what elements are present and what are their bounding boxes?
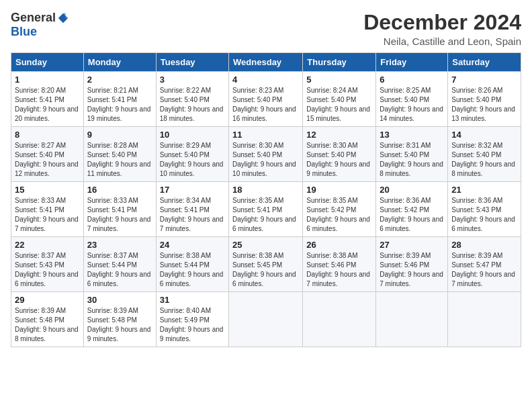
day-number: 10 bbox=[160, 130, 225, 140]
day-number: 18 bbox=[232, 185, 299, 195]
day-number: 8 bbox=[15, 130, 80, 140]
calendar-cell: 9Sunrise: 8:28 AMSunset: 5:40 PMDaylight… bbox=[83, 127, 156, 182]
day-detail: Sunrise: 8:24 AMSunset: 5:40 PMDaylight:… bbox=[306, 86, 372, 124]
day-number: 21 bbox=[451, 185, 517, 195]
day-detail: Sunrise: 8:20 AMSunset: 5:41 PMDaylight:… bbox=[15, 86, 80, 124]
calendar-cell bbox=[448, 292, 521, 347]
day-detail: Sunrise: 8:36 AMSunset: 5:42 PMDaylight:… bbox=[380, 196, 444, 234]
day-detail: Sunrise: 8:39 AMSunset: 5:47 PMDaylight:… bbox=[451, 251, 517, 289]
header-day-friday: Friday bbox=[376, 53, 448, 72]
day-detail: Sunrise: 8:39 AMSunset: 5:46 PMDaylight:… bbox=[380, 251, 444, 289]
calendar-cell: 19Sunrise: 8:35 AMSunset: 5:42 PMDayligh… bbox=[303, 182, 376, 237]
header: General Blue December 2024 Neila, Castil… bbox=[11, 11, 521, 47]
calendar-cell: 7Sunrise: 8:26 AMSunset: 5:40 PMDaylight… bbox=[448, 72, 521, 127]
calendar: SundayMondayTuesdayWednesdayThursdayFrid… bbox=[11, 52, 521, 347]
calendar-cell bbox=[303, 292, 376, 347]
day-detail: Sunrise: 8:28 AMSunset: 5:40 PMDaylight:… bbox=[87, 141, 152, 179]
calendar-cell: 21Sunrise: 8:36 AMSunset: 5:43 PMDayligh… bbox=[448, 182, 521, 237]
calendar-cell: 23Sunrise: 8:37 AMSunset: 5:44 PMDayligh… bbox=[83, 237, 156, 292]
day-detail: Sunrise: 8:38 AMSunset: 5:45 PMDaylight:… bbox=[232, 251, 299, 289]
day-number: 13 bbox=[380, 130, 444, 140]
day-number: 23 bbox=[87, 240, 152, 250]
day-detail: Sunrise: 8:38 AMSunset: 5:46 PMDaylight:… bbox=[306, 251, 372, 289]
logo: General Blue bbox=[11, 11, 69, 39]
day-detail: Sunrise: 8:21 AMSunset: 5:41 PMDaylight:… bbox=[87, 86, 152, 124]
day-number: 5 bbox=[306, 75, 372, 85]
day-detail: Sunrise: 8:35 AMSunset: 5:41 PMDaylight:… bbox=[232, 196, 299, 234]
calendar-cell: 26Sunrise: 8:38 AMSunset: 5:46 PMDayligh… bbox=[303, 237, 376, 292]
calendar-cell: 3Sunrise: 8:22 AMSunset: 5:40 PMDaylight… bbox=[156, 72, 228, 127]
calendar-cell: 6Sunrise: 8:25 AMSunset: 5:40 PMDaylight… bbox=[376, 72, 448, 127]
day-number: 7 bbox=[451, 75, 517, 85]
day-detail: Sunrise: 8:38 AMSunset: 5:44 PMDaylight:… bbox=[160, 251, 225, 289]
day-detail: Sunrise: 8:33 AMSunset: 5:41 PMDaylight:… bbox=[87, 196, 152, 234]
calendar-cell: 1Sunrise: 8:20 AMSunset: 5:41 PMDaylight… bbox=[11, 72, 84, 127]
calendar-cell: 17Sunrise: 8:34 AMSunset: 5:41 PMDayligh… bbox=[156, 182, 228, 237]
day-number: 6 bbox=[380, 75, 444, 85]
calendar-cell: 24Sunrise: 8:38 AMSunset: 5:44 PMDayligh… bbox=[156, 237, 228, 292]
day-detail: Sunrise: 8:30 AMSunset: 5:40 PMDaylight:… bbox=[306, 141, 372, 179]
day-number: 19 bbox=[306, 185, 372, 195]
day-detail: Sunrise: 8:31 AMSunset: 5:40 PMDaylight:… bbox=[380, 141, 444, 179]
logo-blue: Blue bbox=[11, 25, 37, 39]
main-title: December 2024 bbox=[363, 11, 521, 34]
day-number: 22 bbox=[15, 240, 80, 250]
title-area: December 2024 Neila, Castille and Leon, … bbox=[363, 11, 521, 47]
day-detail: Sunrise: 8:36 AMSunset: 5:43 PMDaylight:… bbox=[451, 196, 517, 234]
calendar-cell: 11Sunrise: 8:30 AMSunset: 5:40 PMDayligh… bbox=[229, 127, 303, 182]
day-number: 1 bbox=[15, 75, 80, 85]
calendar-cell: 14Sunrise: 8:32 AMSunset: 5:40 PMDayligh… bbox=[448, 127, 521, 182]
calendar-cell: 10Sunrise: 8:29 AMSunset: 5:40 PMDayligh… bbox=[156, 127, 228, 182]
day-detail: Sunrise: 8:39 AMSunset: 5:48 PMDaylight:… bbox=[15, 306, 80, 344]
calendar-cell: 31Sunrise: 8:40 AMSunset: 5:49 PMDayligh… bbox=[156, 292, 228, 347]
day-number: 31 bbox=[160, 295, 225, 305]
header-day-sunday: Sunday bbox=[11, 53, 84, 72]
calendar-week-3: 15Sunrise: 8:33 AMSunset: 5:41 PMDayligh… bbox=[11, 182, 521, 237]
day-detail: Sunrise: 8:33 AMSunset: 5:41 PMDaylight:… bbox=[15, 196, 80, 234]
day-number: 30 bbox=[87, 295, 152, 305]
day-detail: Sunrise: 8:23 AMSunset: 5:40 PMDaylight:… bbox=[232, 86, 299, 124]
calendar-cell: 29Sunrise: 8:39 AMSunset: 5:48 PMDayligh… bbox=[11, 292, 84, 347]
day-detail: Sunrise: 8:26 AMSunset: 5:40 PMDaylight:… bbox=[451, 86, 517, 124]
day-detail: Sunrise: 8:25 AMSunset: 5:40 PMDaylight:… bbox=[380, 86, 444, 124]
calendar-cell: 20Sunrise: 8:36 AMSunset: 5:42 PMDayligh… bbox=[376, 182, 448, 237]
day-number: 26 bbox=[306, 240, 372, 250]
day-number: 27 bbox=[380, 240, 444, 250]
logo-icon bbox=[57, 12, 69, 24]
calendar-cell: 12Sunrise: 8:30 AMSunset: 5:40 PMDayligh… bbox=[303, 127, 376, 182]
calendar-cell: 15Sunrise: 8:33 AMSunset: 5:41 PMDayligh… bbox=[11, 182, 84, 237]
calendar-body: 1Sunrise: 8:20 AMSunset: 5:41 PMDaylight… bbox=[11, 72, 521, 347]
calendar-cell bbox=[229, 292, 303, 347]
header-day-saturday: Saturday bbox=[448, 53, 521, 72]
calendar-cell: 8Sunrise: 8:27 AMSunset: 5:40 PMDaylight… bbox=[11, 127, 84, 182]
day-detail: Sunrise: 8:32 AMSunset: 5:40 PMDaylight:… bbox=[451, 141, 517, 179]
day-detail: Sunrise: 8:35 AMSunset: 5:42 PMDaylight:… bbox=[306, 196, 372, 234]
calendar-cell: 16Sunrise: 8:33 AMSunset: 5:41 PMDayligh… bbox=[83, 182, 156, 237]
calendar-cell: 28Sunrise: 8:39 AMSunset: 5:47 PMDayligh… bbox=[448, 237, 521, 292]
calendar-week-1: 1Sunrise: 8:20 AMSunset: 5:41 PMDaylight… bbox=[11, 72, 521, 127]
day-detail: Sunrise: 8:39 AMSunset: 5:48 PMDaylight:… bbox=[87, 306, 152, 344]
day-detail: Sunrise: 8:37 AMSunset: 5:44 PMDaylight:… bbox=[87, 251, 152, 289]
day-number: 16 bbox=[87, 185, 152, 195]
day-number: 15 bbox=[15, 185, 80, 195]
calendar-cell: 18Sunrise: 8:35 AMSunset: 5:41 PMDayligh… bbox=[229, 182, 303, 237]
day-number: 11 bbox=[232, 130, 299, 140]
day-number: 28 bbox=[451, 240, 517, 250]
calendar-cell bbox=[376, 292, 448, 347]
day-number: 14 bbox=[451, 130, 517, 140]
calendar-cell: 30Sunrise: 8:39 AMSunset: 5:48 PMDayligh… bbox=[83, 292, 156, 347]
logo-general: General bbox=[11, 11, 56, 25]
header-day-monday: Monday bbox=[83, 53, 156, 72]
day-detail: Sunrise: 8:40 AMSunset: 5:49 PMDaylight:… bbox=[160, 306, 225, 344]
day-number: 17 bbox=[160, 185, 225, 195]
day-number: 4 bbox=[232, 75, 299, 85]
day-number: 9 bbox=[87, 130, 152, 140]
calendar-cell: 5Sunrise: 8:24 AMSunset: 5:40 PMDaylight… bbox=[303, 72, 376, 127]
day-detail: Sunrise: 8:30 AMSunset: 5:40 PMDaylight:… bbox=[232, 141, 299, 179]
day-detail: Sunrise: 8:29 AMSunset: 5:40 PMDaylight:… bbox=[160, 141, 225, 179]
day-number: 2 bbox=[87, 75, 152, 85]
day-number: 24 bbox=[160, 240, 225, 250]
day-detail: Sunrise: 8:27 AMSunset: 5:40 PMDaylight:… bbox=[15, 141, 80, 179]
calendar-cell: 25Sunrise: 8:38 AMSunset: 5:45 PMDayligh… bbox=[229, 237, 303, 292]
calendar-week-4: 22Sunrise: 8:37 AMSunset: 5:43 PMDayligh… bbox=[11, 237, 521, 292]
